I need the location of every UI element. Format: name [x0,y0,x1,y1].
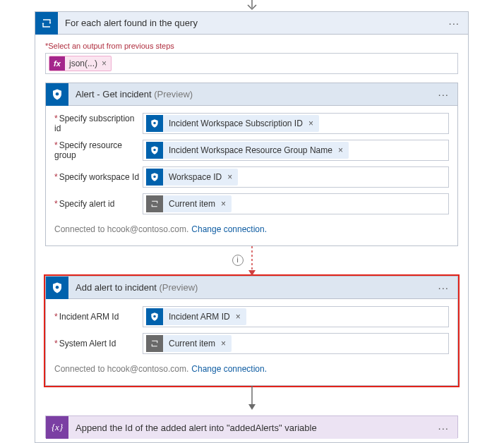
connection-text: Connected to hcook@contoso.com. [54,364,188,374]
remove-token-icon[interactable]: × [338,145,349,155]
foreach-menu-button[interactable]: ··· [445,17,462,29]
remove-token-icon[interactable]: × [227,172,238,182]
remove-token-icon[interactable]: × [102,59,111,68]
info-icon[interactable]: i [232,255,244,266]
remove-token-icon[interactable]: × [308,119,319,128]
token-text: json(...) [65,59,102,68]
remove-token-icon[interactable]: × [221,199,232,209]
connection-row: Connected to hcook@contoso.com. Change c… [54,220,449,241]
svg-point-0 [56,92,59,96]
foreach-output-field[interactable]: fx json(...) × [45,53,458,74]
append-variable-title: Append the Id of the added alert into "a… [68,423,435,433]
loop-item-icon [146,335,163,352]
param-alert: Specify alert id Current item × [54,193,449,214]
foreach-header[interactable]: For each alert found in the query ··· [35,12,468,35]
token-text: Incident Workspace Subscription ID [163,119,308,128]
expression-token[interactable]: fx json(...) × [49,56,112,71]
param-arm-id: Incident ARM Id Incident ARM ID × [54,306,449,327]
connection-text: Connected to hcook@contoso.com. [54,224,188,234]
param-label: Incident ARM Id [54,312,143,322]
add-alert-card: Add alert to incident (Preview) ··· Inci… [45,276,458,386]
get-incident-body: Specify subscription id Incident Workspa… [46,106,457,245]
sentinel-icon [146,169,163,186]
dynamic-token[interactable]: Incident Workspace Subscription ID × [146,115,319,132]
resource-group-field[interactable]: Incident Workspace Resource Group Name × [143,140,449,161]
foreach-title: For each alert found in the query [58,18,445,28]
param-workspace: Specify workspace Id Workspace ID × [54,166,449,188]
token-text: Workspace ID [163,172,227,182]
add-alert-menu-button[interactable]: ··· [435,281,452,293]
foreach-body: *Select an output from previous steps fx… [35,35,468,74]
get-incident-menu-button[interactable]: ··· [435,88,452,100]
connection-row: Connected to hcook@contoso.com. Change c… [54,360,449,381]
get-incident-title: Alert - Get incident (Preview) [68,89,435,99]
sentinel-icon [146,115,163,132]
svg-point-3 [153,176,156,178]
dashed-connector: i [35,246,468,276]
token-text: Incident ARM ID [163,312,236,322]
alert-field[interactable]: Current item × [143,193,449,214]
sentinel-icon [146,308,163,325]
param-subscription: Specify subscription id Incident Workspa… [54,113,449,134]
fx-icon: fx [49,56,65,71]
remove-token-icon[interactable]: × [221,339,232,348]
add-alert-header[interactable]: Add alert to incident (Preview) ··· [46,277,457,299]
outputs-label: *Select an output from previous steps [45,42,458,50]
change-connection-link[interactable]: Change connection. [191,364,267,374]
param-label: Specify subscription id [54,114,143,133]
param-label: Specify workspace Id [54,172,143,182]
svg-point-6 [153,315,156,318]
get-incident-header[interactable]: Alert - Get incident (Preview) ··· [46,83,457,106]
dynamic-token[interactable]: Current item × [146,195,232,212]
system-alert-field[interactable]: Current item × [143,333,449,354]
append-variable-header[interactable]: {x} Append the Id of the added alert int… [46,416,457,439]
arm-id-field[interactable]: Incident ARM ID × [143,306,449,327]
svg-point-2 [153,149,156,152]
subscription-field[interactable]: Incident Workspace Subscription ID × [143,113,449,134]
sentinel-icon [46,83,68,106]
svg-point-1 [153,122,156,125]
change-connection-link[interactable]: Change connection. [191,224,267,234]
foreach-card: For each alert found in the query ··· *S… [35,11,469,443]
variable-icon: {x} [46,416,68,439]
workspace-field[interactable]: Workspace ID × [143,166,449,188]
dynamic-token[interactable]: Incident Workspace Resource Group Name × [146,142,349,159]
remove-token-icon[interactable]: × [236,312,246,322]
svg-point-5 [56,286,59,289]
token-text: Current item [163,339,221,348]
sentinel-icon [146,142,163,159]
token-text: Current item [163,199,221,209]
param-system-alert: System Alert Id Current item × [54,333,449,354]
param-label: Specify resource group [54,140,143,160]
loop-item-icon [146,195,163,212]
get-incident-card: Alert - Get incident (Preview) ··· Speci… [45,83,458,246]
connector-arrow [35,386,468,410]
append-variable-menu-button[interactable]: ··· [435,422,452,434]
append-variable-card[interactable]: {x} Append the Id of the added alert int… [45,415,458,438]
dynamic-token[interactable]: Workspace ID × [146,169,238,186]
sentinel-icon [46,277,68,299]
param-label: Specify alert id [54,199,143,209]
token-text: Incident Workspace Resource Group Name [163,145,338,155]
dynamic-token[interactable]: Incident ARM ID × [146,308,246,325]
param-resource-group: Specify resource group Incident Workspac… [54,140,449,161]
add-alert-title: Add alert to incident (Preview) [68,282,435,293]
add-alert-body: Incident ARM Id Incident ARM ID × System… [46,299,457,385]
foreach-icon [35,12,58,35]
param-label: System Alert Id [54,339,143,348]
dynamic-token[interactable]: Current item × [146,335,232,352]
